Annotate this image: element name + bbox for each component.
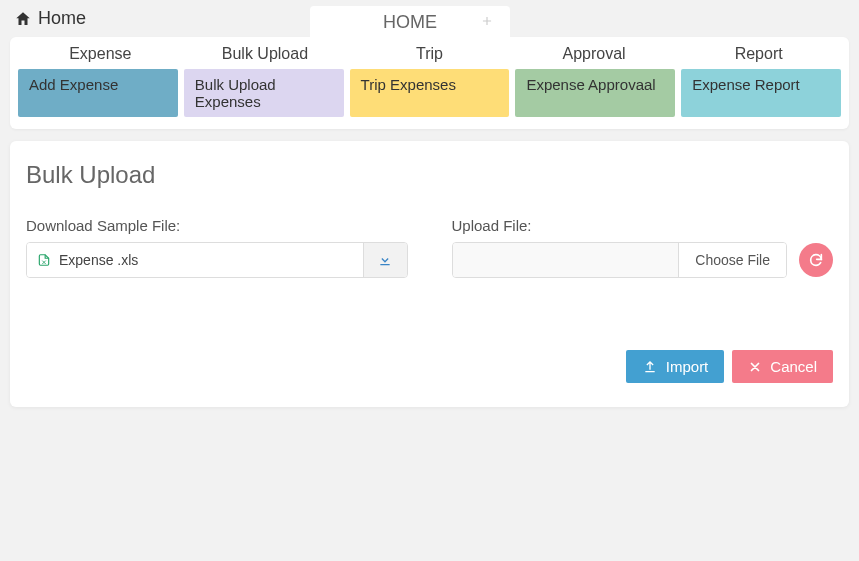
cancel-label: Cancel xyxy=(770,358,817,375)
category-bulk-upload[interactable]: Bulk Upload xyxy=(183,41,348,67)
category-report[interactable]: Report xyxy=(676,41,841,67)
category-expense[interactable]: Expense xyxy=(18,41,183,67)
download-sample-button[interactable] xyxy=(363,243,407,277)
category-approval-label: Approval xyxy=(563,45,626,62)
reset-upload-button[interactable] xyxy=(799,243,833,277)
sample-file-name: Expense .xls xyxy=(59,252,138,268)
trip-expenses-button[interactable]: Trip Expenses xyxy=(350,69,510,117)
xls-file-icon xyxy=(37,252,51,268)
category-bulk-upload-label: Bulk Upload xyxy=(222,45,308,62)
import-button[interactable]: Import xyxy=(626,350,725,383)
expense-report-label: Expense Report xyxy=(692,76,800,93)
category-approval[interactable]: Approval xyxy=(512,41,677,67)
tab-home[interactable]: HOME xyxy=(310,6,510,39)
category-report-label: Report xyxy=(735,45,783,62)
bulk-upload-expenses-label: Bulk Upload Expenses xyxy=(195,76,276,110)
add-expense-button[interactable]: Add Expense xyxy=(18,69,178,117)
home-icon xyxy=(14,10,32,28)
breadcrumb-home[interactable]: Home xyxy=(14,8,86,29)
sample-file-display: Expense .xls xyxy=(27,243,363,277)
category-expense-label: Expense xyxy=(69,45,131,62)
reset-icon xyxy=(808,252,824,268)
trip-expenses-label: Trip Expenses xyxy=(361,76,456,93)
sample-file-group: Expense .xls xyxy=(26,242,408,278)
upload-file-input[interactable] xyxy=(453,243,679,277)
choose-file-button[interactable]: Choose File xyxy=(678,243,786,277)
upload-file-label: Upload File: xyxy=(452,217,834,234)
tab-home-label: HOME xyxy=(383,12,437,32)
upload-icon xyxy=(642,359,658,375)
close-icon xyxy=(748,360,762,374)
download-sample-label: Download Sample File: xyxy=(26,217,408,234)
download-icon xyxy=(377,252,393,268)
expense-report-button[interactable]: Expense Report xyxy=(681,69,841,117)
add-expense-label: Add Expense xyxy=(29,76,118,93)
expense-approval-button[interactable]: Expense Approvaal xyxy=(515,69,675,117)
import-label: Import xyxy=(666,358,709,375)
category-trip-label: Trip xyxy=(416,45,443,62)
breadcrumb-home-label: Home xyxy=(38,8,86,29)
choose-file-label: Choose File xyxy=(695,252,770,268)
cancel-button[interactable]: Cancel xyxy=(732,350,833,383)
expense-approval-label: Expense Approvaal xyxy=(526,76,655,93)
category-trip[interactable]: Trip xyxy=(347,41,512,67)
page-title: Bulk Upload xyxy=(26,161,833,189)
tab-add-button[interactable] xyxy=(470,10,504,32)
bulk-upload-expenses-button[interactable]: Bulk Upload Expenses xyxy=(184,69,344,117)
